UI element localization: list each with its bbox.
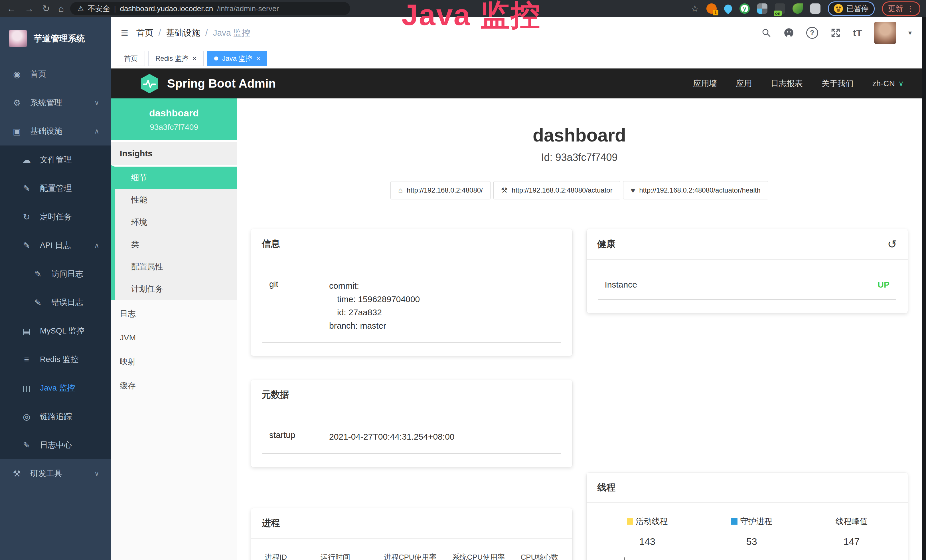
breadcrumb-home[interactable]: 首页 (136, 27, 153, 39)
sidebar-item-home[interactable]: ◉ 首页 (0, 60, 111, 88)
window-scrollbar[interactable] (922, 17, 926, 560)
sba-nav-journal[interactable]: 日志报表 (771, 78, 803, 89)
gear-icon: ⚙ (11, 98, 23, 108)
log-icon: ✎ (32, 269, 44, 279)
font-size-icon[interactable]: tT (853, 27, 862, 38)
tab-java-monitor[interactable]: Java 监控 × (207, 51, 267, 66)
extension-youdao-icon[interactable]: y (740, 3, 750, 14)
extension-leaf-icon[interactable] (793, 3, 803, 14)
extension-pin-icon[interactable] (722, 3, 734, 14)
url-path[interactable]: /infra/admin-server (217, 4, 279, 13)
extension-orange-icon[interactable]: 1 (707, 3, 717, 14)
not-secure-label[interactable]: 不安全 (88, 4, 110, 14)
sba-menu-mappings[interactable]: 映射 (111, 350, 237, 374)
sba-menu-environment[interactable]: 环境 (115, 211, 237, 233)
sidebar-item-config-mgmt[interactable]: ✎ 配置管理 (0, 174, 111, 203)
infrastructure-icon: ▣ (11, 126, 23, 136)
app-title: 芋道管理系统 (34, 33, 85, 44)
reload-icon[interactable]: ↻ (42, 3, 50, 14)
sba-root-menu: 日志 JVM 映射 缓存 (111, 302, 237, 398)
sba-nav-applications[interactable]: 应用 (736, 78, 752, 89)
log-icon: ✎ (21, 440, 33, 450)
app-logo-row[interactable]: 芋道管理系统 (0, 17, 111, 60)
mysql-icon: ▤ (21, 326, 33, 336)
sba-menu-section-insights: Insights (111, 140, 237, 165)
sidebar-item-error-logs[interactable]: ✎ 错误日志 (0, 288, 111, 317)
sba-menu-caches[interactable]: 缓存 (111, 374, 237, 398)
sidebar-item-file-mgmt[interactable]: ☁ 文件管理 (0, 145, 111, 174)
tab-redis-monitor[interactable]: Redis 监控 × (148, 51, 204, 66)
health-key: Instance (605, 280, 665, 289)
sba-menu-metrics[interactable]: 性能 (115, 189, 237, 211)
github-icon[interactable] (784, 27, 794, 38)
tags-view-bar: 首页 Redis 监控 × Java 监控 × (111, 48, 922, 69)
sba-menu-classes[interactable]: 类 (115, 233, 237, 256)
breadcrumb: 首页 / 基础设施 / Java 监控 (136, 27, 250, 39)
threads-legend: 活动线程 143 守护进程 53 线程峰值 147 (587, 503, 908, 547)
breadcrumb-current: Java 监控 (213, 27, 250, 39)
sidebar-item-redis-monitor[interactable]: ≡ Redis 监控 (0, 345, 111, 374)
sidebar-item-access-logs[interactable]: ✎ 访问日志 (0, 260, 111, 288)
sidebar-item-tracing[interactable]: ◎ 链路追踪 (0, 402, 111, 431)
search-icon[interactable] (761, 28, 772, 38)
legend-daemon-threads: 守护进程 53 (731, 516, 772, 547)
forward-icon[interactable]: → (24, 3, 34, 14)
sba-instance-header[interactable]: dashboard 93a3fc7f7409 (111, 98, 237, 140)
paused-badge[interactable]: 已暂停 (828, 2, 875, 16)
url-host[interactable]: dashboard.yudao.iocoder.cn (120, 4, 213, 13)
active-tab-dot (214, 56, 218, 61)
health-url-button[interactable]: ♥ http://192.168.0.2:48080/actuator/heal… (623, 181, 768, 200)
sidebar-item-infrastructure[interactable]: ▣ 基础设施 ∧ (0, 117, 111, 145)
address-bar[interactable]: ⚠ 不安全 | dashboard.yudao.iocoder.cn/infra… (70, 2, 350, 15)
sidebar-item-api-logs[interactable]: ✎ API 日志 ∧ (0, 231, 111, 260)
breadcrumb-infrastructure[interactable]: 基础设施 (166, 27, 200, 39)
sba-language-select[interactable]: zh-CN ∨ (872, 79, 904, 88)
sidebar-item-dev-tools[interactable]: ⚒ 研发工具 ∨ (0, 459, 111, 488)
sba-menu-config-props[interactable]: 配置属性 (115, 256, 237, 278)
sidebar-item-mysql-monitor[interactable]: ▤ MySQL 监控 (0, 317, 111, 345)
close-icon[interactable]: × (192, 54, 197, 62)
threads-card-title: 线程 (587, 473, 908, 503)
actuator-url-button[interactable]: ⚒ http://192.168.0.2:48080/actuator (493, 181, 620, 200)
app-logo-avatar (9, 30, 27, 47)
bookmark-star-icon[interactable]: ☆ (691, 3, 699, 14)
legend-blue-swatch (731, 518, 737, 525)
instance-name: dashboard (111, 107, 237, 119)
heartbeat-icon: ♥ (631, 186, 635, 195)
user-avatar[interactable] (874, 22, 896, 44)
surprised-face-icon (834, 4, 843, 13)
sba-brand-title[interactable]: Spring Boot Admin (167, 77, 276, 91)
close-icon[interactable]: × (256, 54, 260, 62)
sidebar-item-java-monitor[interactable]: ◫ Java 监控 (0, 374, 111, 402)
extensions-puzzle-icon[interactable] (810, 3, 820, 14)
health-instance-row[interactable]: Instance UP (598, 277, 897, 300)
browser-menu-icon[interactable]: ⋮ (906, 4, 914, 14)
sba-nav-about[interactable]: 关于我们 (822, 78, 853, 89)
extension-grid-icon[interactable] (757, 3, 767, 14)
metadata-value: 2021-04-27T00:44:31.254+08:00 (329, 430, 455, 443)
sba-menu-details[interactable]: 细节 (115, 166, 237, 189)
user-menu-caret-icon[interactable]: ▾ (908, 29, 912, 37)
sidebar-item-scheduled-jobs[interactable]: ↻ 定时任务 (0, 203, 111, 231)
tab-home[interactable]: 首页 (117, 51, 145, 66)
sidebar-item-log-center[interactable]: ✎ 日志中心 (0, 431, 111, 459)
sba-menu-jvm[interactable]: JVM (111, 326, 237, 350)
update-button[interactable]: 更新 ⋮ (882, 2, 920, 16)
history-icon[interactable]: ↺ (887, 238, 897, 251)
not-secure-warning-icon[interactable]: ⚠ (77, 5, 84, 12)
service-url-button[interactable]: ⌂ http://192.168.0.2:48080/ (390, 181, 490, 200)
spring-boot-admin-logo-icon[interactable] (140, 73, 159, 94)
sba-menu-scheduled-tasks[interactable]: 计划任务 (115, 278, 237, 300)
help-icon[interactable]: ? (806, 27, 818, 39)
back-icon[interactable]: ← (7, 3, 16, 14)
sidebar-collapse-icon[interactable]: ≡ (121, 26, 128, 40)
sba-nav-wallboard[interactable]: 应用墙 (693, 78, 717, 89)
browser-home-icon[interactable]: ⌂ (59, 3, 64, 14)
redis-icon: ≡ (21, 354, 33, 364)
extension-switch-icon[interactable]: on (775, 3, 785, 14)
fullscreen-icon[interactable] (830, 27, 841, 38)
sba-menu-logs[interactable]: 日志 (111, 302, 237, 326)
header-actions: ? tT ▾ (761, 22, 912, 44)
sidebar-item-system-mgmt[interactable]: ⚙ 系统管理 ∨ (0, 88, 111, 117)
browser-right-controls: ☆ 1 y on 已暂停 更新 ⋮ (691, 2, 920, 16)
